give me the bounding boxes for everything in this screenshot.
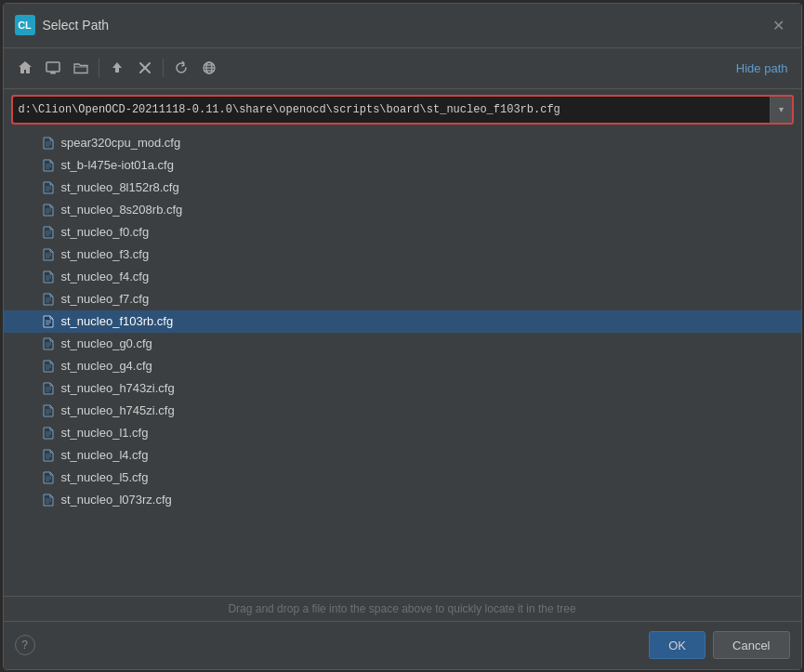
file-item[interactable]: st_nucleo_h745zi.cfg: [4, 400, 801, 422]
file-name: st_nucleo_h743zi.cfg: [61, 381, 175, 395]
file-item[interactable]: st_nucleo_l4.cfg: [4, 444, 801, 467]
file-item[interactable]: st_nucleo_g4.cfg: [4, 355, 801, 377]
app-icon: CL: [15, 15, 35, 35]
file-item[interactable]: st_nucleo_g0.cfg: [4, 333, 801, 355]
svg-rect-0: [46, 62, 59, 72]
file-icon: [41, 470, 56, 485]
file-item[interactable]: st_nucleo_8s208rb.cfg: [4, 199, 801, 221]
ok-button[interactable]: OK: [649, 631, 705, 659]
hide-path-button[interactable]: Hide path: [731, 58, 794, 79]
file-name: st_nucleo_f3.cfg: [61, 247, 150, 261]
toolbar-divider-2: [163, 59, 164, 77]
desktop-button[interactable]: [40, 55, 66, 81]
file-name: st_nucleo_l4.cfg: [61, 448, 149, 462]
bottom-bar: ? OK Cancel: [4, 621, 801, 669]
file-name: st_nucleo_l073rz.cfg: [61, 493, 172, 507]
file-icon: [41, 448, 56, 463]
file-item[interactable]: st_nucleo_l5.cfg: [4, 467, 801, 489]
file-name: st_nucleo_f103rb.cfg: [61, 314, 174, 328]
file-list: spear320cpu_mod.cfg st_b-l475e-iot01a.cf…: [4, 130, 801, 596]
file-icon: [41, 314, 56, 329]
file-name: st_nucleo_f4.cfg: [61, 270, 150, 283]
file-icon: [41, 359, 56, 374]
file-item[interactable]: st_nucleo_f4.cfg: [4, 266, 801, 288]
hint-text: Drag and drop a file into the space abov…: [228, 602, 575, 615]
file-name: st_nucleo_g4.cfg: [61, 359, 152, 373]
file-item[interactable]: st_nucleo_h743zi.cfg: [4, 377, 801, 400]
file-icon: [41, 381, 56, 396]
file-icon: [41, 270, 56, 284]
file-name: st_nucleo_8s208rb.cfg: [61, 203, 183, 217]
path-dropdown-button[interactable]: ▾: [770, 97, 792, 123]
dialog-title: Select Path: [43, 18, 768, 33]
file-item[interactable]: st_nucleo_f7.cfg: [4, 288, 801, 310]
select-path-dialog: CL Select Path ✕: [3, 3, 802, 670]
open-folder-button[interactable]: [68, 55, 94, 81]
toolbar-divider-1: [99, 59, 99, 77]
path-input-wrapper: ▾: [11, 95, 794, 125]
file-item[interactable]: st_b-l475e-iot01a.cfg: [4, 154, 801, 177]
file-name: spear320cpu_mod.cfg: [61, 136, 181, 150]
file-name: st_nucleo_8l152r8.cfg: [61, 180, 179, 194]
close-button[interactable]: ✕: [768, 14, 790, 36]
file-icon: [41, 247, 56, 262]
file-icon: [41, 403, 56, 418]
file-item[interactable]: st_nucleo_f103rb.cfg: [4, 310, 801, 333]
home-button[interactable]: [12, 55, 38, 81]
file-icon: [41, 136, 56, 151]
file-list-container: spear320cpu_mod.cfg st_b-l475e-iot01a.cf…: [4, 130, 801, 596]
file-icon: [41, 336, 56, 351]
path-input[interactable]: [13, 97, 770, 123]
hint-bar: Drag and drop a file into the space abov…: [4, 596, 801, 621]
file-icon: [41, 292, 56, 307]
file-name: st_b-l475e-iot01a.cfg: [61, 158, 174, 172]
path-bar: ▾: [11, 95, 794, 125]
file-item[interactable]: st_nucleo_f0.cfg: [4, 221, 801, 244]
file-item[interactable]: st_nucleo_8l152r8.cfg: [4, 177, 801, 199]
file-name: st_nucleo_g0.cfg: [61, 336, 152, 350]
help-button[interactable]: ?: [15, 635, 35, 655]
file-icon: [41, 180, 56, 195]
cancel-button[interactable]: Cancel: [713, 631, 789, 659]
file-name: st_nucleo_f0.cfg: [61, 225, 150, 239]
file-icon: [41, 158, 56, 173]
refresh-button[interactable]: [168, 55, 194, 81]
file-name: st_nucleo_l1.cfg: [61, 426, 149, 440]
file-icon: [41, 225, 56, 240]
file-icon: [41, 493, 56, 507]
file-name: st_nucleo_l5.cfg: [61, 470, 149, 484]
title-bar: CL Select Path ✕: [4, 4, 801, 48]
file-item[interactable]: st_nucleo_l1.cfg: [4, 422, 801, 444]
svg-rect-2: [51, 72, 54, 73]
file-item[interactable]: spear320cpu_mod.cfg: [4, 132, 801, 154]
file-name: st_nucleo_f7.cfg: [61, 292, 150, 306]
delete-button[interactable]: [132, 55, 158, 81]
file-icon: [41, 426, 56, 441]
file-item[interactable]: st_nucleo_f3.cfg: [4, 244, 801, 266]
file-icon: [41, 203, 56, 217]
up-button[interactable]: [104, 55, 130, 81]
network-button[interactable]: [196, 55, 222, 81]
file-item[interactable]: st_nucleo_l073rz.cfg: [4, 489, 801, 511]
file-name: st_nucleo_h745zi.cfg: [61, 403, 175, 417]
toolbar: Hide path: [4, 48, 801, 89]
